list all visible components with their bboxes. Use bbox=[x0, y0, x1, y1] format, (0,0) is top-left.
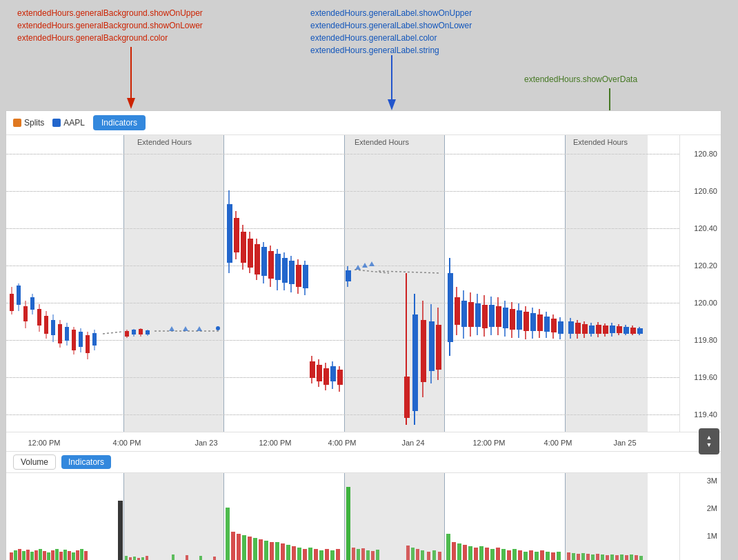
y-tick-4: 120.20 bbox=[694, 261, 717, 270]
volume-chart: 3M 2M 1M bbox=[6, 473, 721, 560]
svg-rect-222 bbox=[468, 546, 472, 560]
svg-rect-71 bbox=[310, 361, 315, 378]
svg-rect-198 bbox=[308, 548, 312, 560]
svg-rect-244 bbox=[591, 554, 595, 560]
svg-rect-106 bbox=[475, 303, 481, 327]
volume-indicators-button[interactable]: Indicators bbox=[61, 455, 111, 469]
svg-rect-158 bbox=[30, 552, 34, 560]
svg-rect-17 bbox=[44, 316, 48, 334]
svg-rect-38 bbox=[139, 329, 143, 334]
svg-rect-9 bbox=[17, 286, 21, 305]
svg-rect-67 bbox=[296, 265, 301, 287]
svg-rect-229 bbox=[507, 550, 511, 560]
svg-rect-136 bbox=[582, 324, 588, 334]
svg-rect-179 bbox=[172, 554, 174, 560]
x-tick-8: 4:00 PM bbox=[544, 439, 572, 447]
svg-rect-230 bbox=[512, 549, 517, 560]
svg-rect-246 bbox=[601, 554, 604, 560]
svg-marker-42 bbox=[169, 326, 174, 331]
svg-rect-153 bbox=[10, 552, 13, 560]
svg-rect-204 bbox=[346, 487, 350, 560]
svg-rect-27 bbox=[79, 332, 83, 347]
svg-rect-148 bbox=[624, 327, 629, 334]
svg-rect-247 bbox=[606, 555, 609, 560]
candles-day3-regular bbox=[448, 258, 564, 356]
svg-rect-156 bbox=[22, 551, 26, 560]
svg-rect-188 bbox=[253, 538, 257, 560]
svg-rect-250 bbox=[620, 554, 624, 560]
y-tick-6: 119.80 bbox=[694, 336, 717, 344]
x-tick-3: Jan 23 bbox=[195, 439, 217, 447]
svg-rect-167 bbox=[68, 551, 71, 560]
svg-rect-253 bbox=[635, 555, 638, 560]
blue-arrow-icon bbox=[385, 55, 399, 110]
red-arrow-icon bbox=[124, 47, 138, 109]
annotation-green: extendedHours.showOverData bbox=[524, 74, 637, 84]
svg-rect-207 bbox=[361, 548, 365, 560]
svg-rect-183 bbox=[226, 508, 230, 560]
svg-rect-88 bbox=[404, 377, 410, 418]
x-axis: 12:00 PM 4:00 PM Jan 23 12:00 PM 4:00 PM… bbox=[6, 432, 721, 451]
svg-rect-171 bbox=[84, 551, 88, 560]
svg-rect-92 bbox=[421, 320, 426, 382]
candles-day2-extended bbox=[346, 261, 441, 425]
x-tick-6: Jan 24 bbox=[401, 439, 424, 447]
svg-rect-223 bbox=[474, 548, 478, 560]
scroll-button[interactable]: ▲ ▼ bbox=[699, 428, 719, 454]
svg-rect-55 bbox=[255, 244, 260, 274]
svg-rect-173 bbox=[125, 556, 128, 560]
svg-rect-120 bbox=[523, 312, 529, 331]
y-axis: 120.80 120.60 120.40 120.20 120.00 119.8… bbox=[679, 135, 721, 432]
svg-rect-205 bbox=[352, 548, 355, 560]
svg-rect-217 bbox=[438, 552, 441, 560]
chart-container: Splits AAPL Indicators Extended Hours bbox=[6, 110, 721, 560]
candles-day1-extended bbox=[125, 326, 220, 338]
svg-rect-81 bbox=[346, 270, 351, 281]
svg-rect-73 bbox=[317, 365, 322, 381]
svg-rect-228 bbox=[501, 549, 506, 560]
svg-rect-193 bbox=[281, 543, 285, 560]
svg-rect-184 bbox=[231, 532, 235, 560]
x-tick-7: 12:00 PM bbox=[472, 439, 505, 447]
vol-bars-ext2 bbox=[346, 487, 441, 560]
svg-rect-192 bbox=[275, 542, 279, 560]
svg-rect-210 bbox=[376, 550, 379, 560]
svg-rect-49 bbox=[234, 218, 239, 252]
svg-rect-251 bbox=[625, 555, 628, 560]
svg-rect-200 bbox=[319, 550, 323, 560]
svg-rect-214 bbox=[421, 550, 424, 560]
svg-rect-29 bbox=[86, 335, 90, 353]
svg-rect-40 bbox=[146, 330, 150, 334]
legend-splits: Splits bbox=[13, 118, 44, 128]
svg-line-32 bbox=[103, 332, 122, 334]
svg-rect-61 bbox=[275, 254, 281, 280]
svg-rect-249 bbox=[615, 555, 619, 560]
svg-rect-174 bbox=[129, 557, 132, 560]
svg-rect-110 bbox=[489, 305, 495, 327]
svg-rect-180 bbox=[186, 555, 188, 560]
volume-button[interactable]: Volume bbox=[13, 454, 56, 470]
svg-rect-236 bbox=[546, 552, 550, 560]
svg-rect-112 bbox=[496, 306, 501, 327]
svg-rect-194 bbox=[286, 545, 290, 560]
vol-bars-ext3 bbox=[567, 552, 643, 560]
svg-rect-94 bbox=[429, 321, 435, 371]
svg-rect-254 bbox=[639, 556, 643, 560]
indicators-button[interactable]: Indicators bbox=[93, 115, 146, 130]
x-tick-4: 12:00 PM bbox=[259, 439, 291, 447]
svg-rect-185 bbox=[237, 534, 241, 560]
vol-y-tick-3: 1M bbox=[707, 532, 717, 540]
vol-bars-day2 bbox=[226, 508, 340, 560]
svg-rect-69 bbox=[303, 265, 308, 288]
svg-rect-240 bbox=[572, 553, 575, 560]
svg-rect-154 bbox=[14, 550, 17, 560]
svg-rect-146 bbox=[617, 326, 622, 333]
svg-rect-142 bbox=[603, 326, 608, 334]
svg-rect-11 bbox=[23, 306, 28, 321]
svg-rect-108 bbox=[482, 305, 488, 328]
y-tick-7: 119.60 bbox=[694, 373, 717, 381]
y-tick-5: 120.00 bbox=[694, 299, 717, 307]
svg-rect-186 bbox=[242, 535, 246, 560]
svg-rect-189 bbox=[259, 539, 263, 560]
svg-rect-96 bbox=[436, 325, 441, 370]
